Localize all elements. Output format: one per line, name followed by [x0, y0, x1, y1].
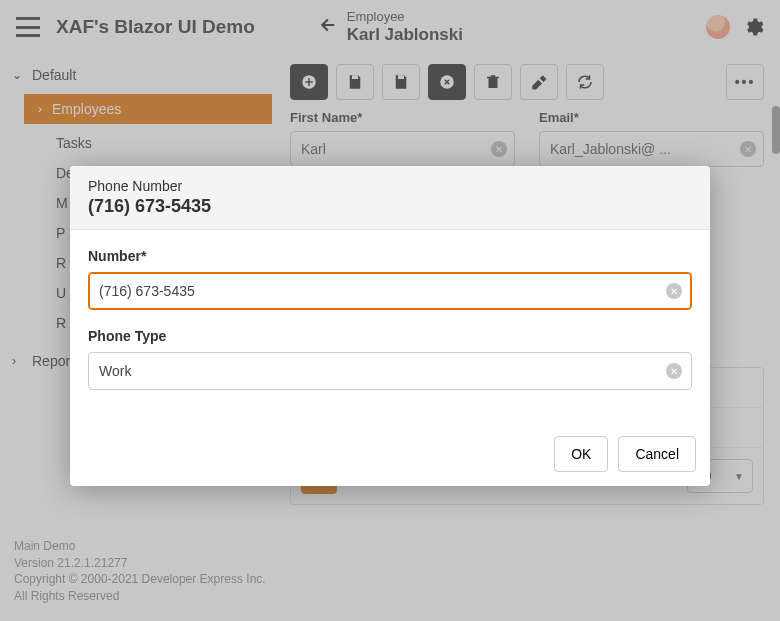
dialog-header: Phone Number (716) 673-5435	[70, 166, 710, 230]
phone-edit-dialog: Phone Number (716) 673-5435 Number* ✕ Ph…	[70, 166, 710, 486]
ok-button[interactable]: OK	[554, 436, 608, 472]
dialog-entity-label: Phone Number	[88, 178, 692, 194]
phone-type-label: Phone Type	[88, 328, 692, 344]
dialog-title: (716) 673-5435	[88, 196, 692, 217]
phone-type-field[interactable]	[88, 352, 692, 390]
number-label: Number*	[88, 248, 692, 264]
clear-icon[interactable]: ✕	[666, 283, 682, 299]
cancel-button[interactable]: Cancel	[618, 436, 696, 472]
modal-overlay[interactable]: Phone Number (716) 673-5435 Number* ✕ Ph…	[0, 0, 780, 621]
number-field[interactable]	[88, 272, 692, 310]
clear-icon[interactable]: ✕	[666, 363, 682, 379]
